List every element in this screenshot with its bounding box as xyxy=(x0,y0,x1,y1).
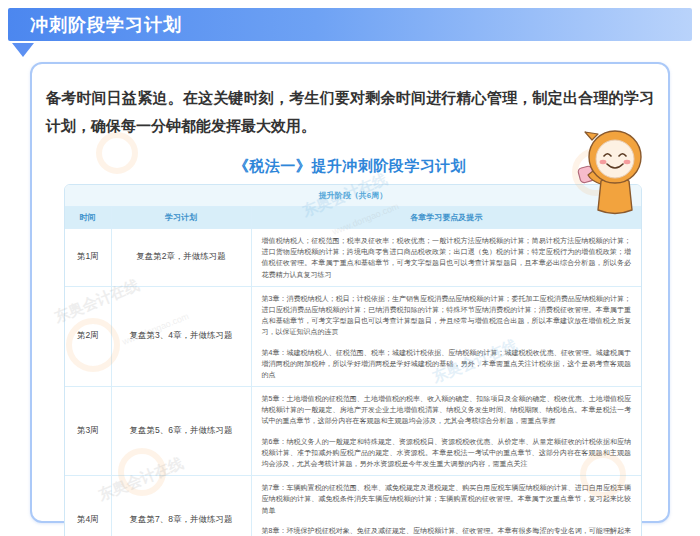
table-title: 《税法一》提升冲刺阶段学习计划 xyxy=(32,157,668,176)
points-paragraph: 第4章：城建税纳税人、征税范围、税率；城建税计税依据、应纳税额的计算；城建税税收… xyxy=(262,347,632,381)
column-header-row: 时间 学习计划 各章学习要点及提示 xyxy=(65,207,641,229)
plan-label: 复盘第3、4章，并做练习题 xyxy=(111,286,251,386)
stage-header: 提升阶段（共6周） xyxy=(65,185,641,207)
plan-label: 复盘第5、6章，并做练习题 xyxy=(111,387,251,476)
week-label: 第2周 xyxy=(65,286,111,386)
stage-header-row: 提升阶段（共6周） xyxy=(65,185,641,207)
mascot-illustration xyxy=(577,127,647,219)
triangle-down-icon xyxy=(12,43,34,57)
week-label: 第4周 xyxy=(65,476,111,536)
points-cell: 第5章：土地增值税的征税范围、土地增值税的税率、收入额的确定、扣除项目及金额的确… xyxy=(251,387,641,476)
page: 冲刺阶段学习计划 东奥会计在线 东奥会计在线 东奥会计在线 东奥会计在线 www… xyxy=(0,0,700,536)
study-plan-table: 提升阶段（共6周） 时间 学习计划 各章学习要点及提示 第1周 复盘第2章，并做… xyxy=(65,185,641,536)
points-paragraph: 第7章：车辆购置税的征税范围、税率、减免税规定及退税规定、购买自用应税车辆应纳税… xyxy=(262,482,632,516)
points-cell: 增值税纳税人；征税范围；税率及征收率；税收优惠；一般计税方法应纳税额的计算；简易… xyxy=(251,229,641,287)
page-title-bar: 冲刺阶段学习计划 xyxy=(8,8,692,41)
points-paragraph: 第5章：土地增值税的征税范围、土地增值税的税率、收入额的确定、扣除项目及金额的确… xyxy=(262,393,632,427)
points-paragraph: 第8章：环境保护税征税对象、免征及减征规定、应纳税额计算、征收管理。本章有很多晦… xyxy=(262,525,632,536)
table-row-week1: 第1周 复盘第2章，并做练习题 增值税纳税人；征税范围；税率及征收率；税收优惠；… xyxy=(65,229,641,287)
week-label: 第3周 xyxy=(65,387,111,476)
points-paragraph: 增值税纳税人；征税范围；税率及征收率；税收优惠；一般计税方法应纳税额的计算；简易… xyxy=(262,235,632,280)
table-row-week4: 第4周 复盘第7、8章，并做练习题 第7章：车辆购置税的征税范围、税率、减免税规… xyxy=(65,476,641,536)
content-card: 备考时间日益紧迫。在这关键时刻，考生们要对剩余时间进行精心管理，制定出合理的学习… xyxy=(30,62,670,523)
intro-text: 备考时间日益紧迫。在这关键时刻，考生们要对剩余时间进行精心管理，制定出合理的学习… xyxy=(46,84,654,140)
col-header-time: 时间 xyxy=(65,207,111,229)
study-plan-table-wrap: 提升阶段（共6周） 时间 学习计划 各章学习要点及提示 第1周 复盘第2章，并做… xyxy=(64,184,642,536)
col-header-plan: 学习计划 xyxy=(111,207,251,229)
table-row-week2: 第2周 复盘第3、4章，并做练习题 第3章：消费税纳税人；税目；计税依据；生产销… xyxy=(65,286,641,386)
points-cell: 第3章：消费税纳税人；税目；计税依据；生产销售应税消费品应纳税额的计算；委托加工… xyxy=(251,286,641,386)
table-row-week3: 第3周 复盘第5、6章，并做练习题 第5章：土地增值税的征税范围、土地增值税的税… xyxy=(65,387,641,476)
plan-label: 复盘第7、8章，并做练习题 xyxy=(111,476,251,536)
mascot-icon xyxy=(577,127,647,219)
points-paragraph: 第6章：纳税义务人的一般规定和特殊规定、资源税税目、资源税税收优惠、从价定率、从… xyxy=(262,436,632,470)
week-label: 第1周 xyxy=(65,229,111,287)
points-cell: 第7章：车辆购置税的征税范围、税率、减免税规定及退税规定、购买自用应税车辆应纳税… xyxy=(251,476,641,536)
points-paragraph: 第3章：消费税纳税人；税目；计税依据；生产销售应税消费品应纳税额的计算；委托加工… xyxy=(262,293,632,338)
plan-label: 复盘第2章，并做练习题 xyxy=(111,229,251,287)
page-title: 冲刺阶段学习计划 xyxy=(30,13,182,37)
